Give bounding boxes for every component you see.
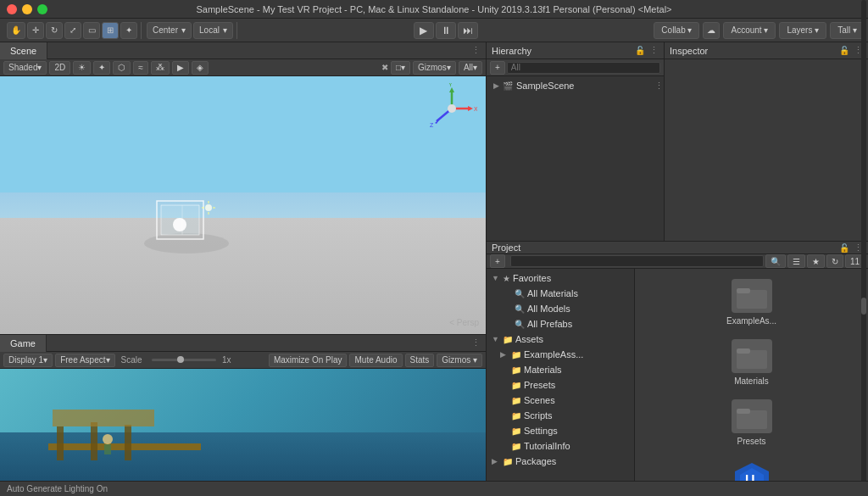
settings-item[interactable]: 📁 Settings xyxy=(487,423,634,438)
resolution-dropdown[interactable]: □▾ xyxy=(391,61,410,75)
filter-btn[interactable]: ☰ xyxy=(787,254,805,268)
scene-toolbar: Shaded▾ 2D ☀ ✦ ⬡ ≈ ⁂ ▶ ◈ ✖ □▾ Gizmos▾ xyxy=(0,59,486,76)
close-button[interactable] xyxy=(7,4,17,14)
skybox-toggle[interactable]: ⬡ xyxy=(113,61,131,75)
game-tab[interactable]: Game xyxy=(0,335,47,352)
shaded-dropdown[interactable]: Shaded▾ xyxy=(3,61,47,75)
scene-item-menu-icon[interactable]: ⋮ xyxy=(654,81,664,92)
presets-item[interactable]: 📁 Presets xyxy=(487,377,634,393)
2d-button[interactable]: 2D xyxy=(49,61,70,75)
svg-point-14 xyxy=(173,218,186,231)
scale-slider[interactable] xyxy=(152,359,217,361)
minimize-button[interactable] xyxy=(22,4,32,14)
materials-item[interactable]: 📁 Materials xyxy=(487,362,634,377)
all-models-item[interactable]: 🔍 All Models xyxy=(487,301,634,316)
all-dropdown[interactable]: All▾ xyxy=(459,61,482,75)
fullscreen-button[interactable] xyxy=(37,4,47,14)
example-assets-item[interactable]: ▶ 📁 ExampleAss... xyxy=(487,347,634,362)
fx-toggle[interactable]: ✦ xyxy=(93,61,110,75)
traffic-lights[interactable] xyxy=(7,4,47,14)
fog-toggle[interactable]: ≈ xyxy=(133,61,148,75)
transform-tool[interactable]: ⊞ xyxy=(102,22,119,39)
play-button[interactable]: ▶ xyxy=(414,22,434,39)
scene-tab-label: Scene xyxy=(10,46,36,56)
assets-section[interactable]: ▼ 📁 Assets xyxy=(487,332,634,347)
account-label: Account ▾ xyxy=(731,25,768,35)
particle-toggle[interactable]: ⁂ xyxy=(151,61,170,75)
packages-label: Packages xyxy=(515,456,556,466)
lighting-toggle[interactable]: ☀ xyxy=(73,61,91,75)
game-canvas[interactable] xyxy=(0,369,486,496)
pause-button[interactable]: ⏸ xyxy=(436,22,456,39)
materials-label: Materials xyxy=(524,365,562,375)
packages-section[interactable]: ▶ 📁 Packages xyxy=(487,454,634,469)
rotate-tool[interactable]: ↻ xyxy=(46,22,63,39)
scene-tab[interactable]: Scene xyxy=(0,42,47,59)
scene-gizmo[interactable]: X Y Z xyxy=(426,83,477,134)
hierarchy-lock-icon[interactable]: 🔓 xyxy=(634,45,646,57)
cloud-button[interactable]: ☁ xyxy=(703,22,720,39)
mute-label: Mute Audio xyxy=(354,355,397,365)
example-assets-icon[interactable]: ExampleAs... xyxy=(718,276,786,329)
inspector-lock-icon[interactable]: 🔓 xyxy=(838,45,850,57)
local-dropdown[interactable]: Local ▾ xyxy=(193,22,233,39)
favorites-section[interactable]: ▼ ★ Favorites xyxy=(487,270,634,286)
materials-icon[interactable]: Materials xyxy=(718,336,786,389)
window-title: SampleScene - My Test VR Project - PC, M… xyxy=(196,4,671,14)
project-scrollbar-track[interactable] xyxy=(861,269,866,496)
game-gizmos-dropdown[interactable]: Gizmos ▾ xyxy=(437,354,482,367)
aspect-dropdown[interactable]: Free Aspect▾ xyxy=(55,354,114,367)
rect-tool[interactable]: ▭ xyxy=(83,22,100,39)
layers-button[interactable]: Layers ▾ xyxy=(779,22,826,39)
project-lock-icon[interactable]: 🔓 xyxy=(838,242,850,254)
collab-button[interactable]: Collab ▾ xyxy=(654,22,699,39)
hierarchy-content: ▶ 🎬 SampleScene ⋮ xyxy=(487,76,664,241)
scene-panel-menu[interactable]: ⋮ xyxy=(471,45,481,56)
main-toolbar: ✋ ✛ ↻ ⤢ ▭ ⊞ ✦ Center ▾ Local ▾ ▶ ⏸ ⏭ Col… xyxy=(0,19,868,42)
hierarchy-add-btn[interactable]: + xyxy=(490,61,505,75)
all-prefabs-item[interactable]: 🔍 All Prefabs xyxy=(487,316,634,332)
scripts-item[interactable]: 📁 Scripts xyxy=(487,408,634,423)
scale-value: 1x xyxy=(222,355,231,365)
custom-tool[interactable]: ✦ xyxy=(120,22,137,39)
presets-icon[interactable]: Presets xyxy=(718,396,786,449)
stats-btn[interactable]: Stats xyxy=(405,354,435,367)
inspector-title: Inspector xyxy=(670,46,708,56)
game-tab-label: Game xyxy=(10,338,36,348)
nav-toggle[interactable]: ◈ xyxy=(192,61,209,75)
mute-btn[interactable]: Mute Audio xyxy=(349,354,402,367)
maximize-btn[interactable]: Maximize On Play xyxy=(269,354,348,367)
project-scrollbar-thumb[interactable] xyxy=(861,298,866,315)
scenes-item[interactable]: 📁 Scenes xyxy=(487,393,634,408)
scale-tool[interactable]: ⤢ xyxy=(64,22,81,39)
center-label: Center xyxy=(153,25,178,35)
status-bar: Auto Generate Lighting On xyxy=(0,481,868,496)
display-dropdown[interactable]: Display 1▾ xyxy=(3,354,53,367)
scene-canvas[interactable]: X Y Z xyxy=(0,76,486,334)
project-count: 11 xyxy=(850,257,860,266)
svg-rect-22 xyxy=(91,422,97,460)
project-search-input[interactable] xyxy=(510,255,764,267)
svg-marker-1 xyxy=(468,106,473,111)
gizmos-dropdown[interactable]: Gizmos▾ xyxy=(413,61,456,75)
hierarchy-search-input[interactable] xyxy=(507,62,660,74)
all-materials-item[interactable]: 🔍 All Materials xyxy=(487,286,634,301)
left-panel: Scene ⋮ Shaded▾ 2D ☀ ✦ ⬡ ≈ ⁂ ▶ ◈ xyxy=(0,42,487,496)
layout-button[interactable]: Tall ▾ xyxy=(830,22,865,39)
search-icon-btn[interactable]: 🔍 xyxy=(765,254,786,268)
refresh-btn[interactable]: ↻ xyxy=(826,254,843,268)
account-button[interactable]: Account ▾ xyxy=(723,22,776,39)
move-tool[interactable]: ✛ xyxy=(27,22,44,39)
example-assets-icon-label: ExampleAs... xyxy=(726,316,776,326)
center-dropdown[interactable]: Center ▾ xyxy=(147,22,192,39)
tutorialinfo-item[interactable]: 📁 TutorialInfo xyxy=(487,438,634,454)
hand-tool[interactable]: ✋ xyxy=(7,22,25,39)
star-btn[interactable]: ★ xyxy=(807,254,825,268)
hierarchy-menu-icon[interactable]: ⋮ xyxy=(649,45,659,56)
project-add-btn[interactable]: + xyxy=(490,254,505,268)
assets-label: Assets xyxy=(515,334,543,344)
hierarchy-item-samplescene[interactable]: ▶ 🎬 SampleScene ⋮ xyxy=(487,78,664,93)
anim-toggle[interactable]: ▶ xyxy=(172,61,189,75)
step-button[interactable]: ⏭ xyxy=(458,22,478,39)
game-panel-menu[interactable]: ⋮ xyxy=(471,337,481,348)
